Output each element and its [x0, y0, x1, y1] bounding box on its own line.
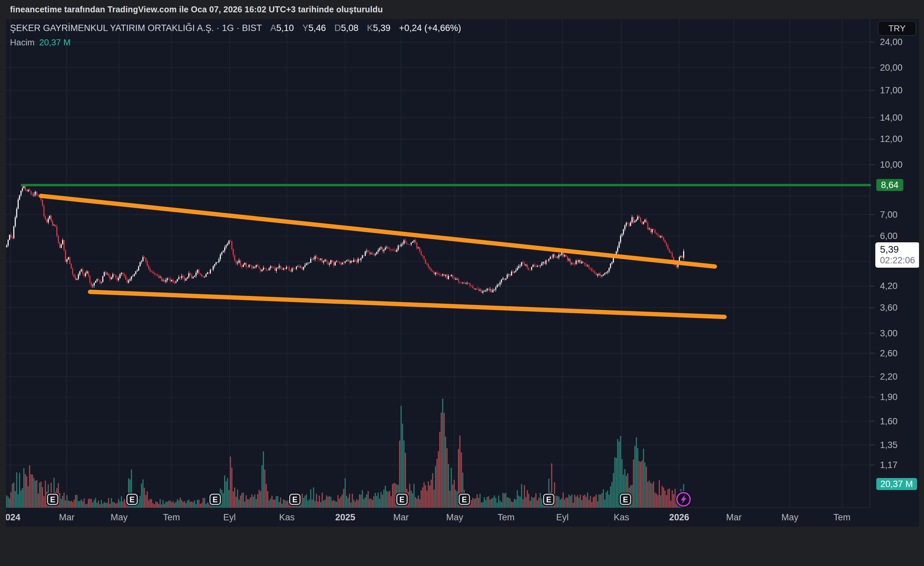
last-price-value: 5,39 — [880, 244, 915, 255]
time-tick-label: 2024 — [6, 512, 20, 523]
close-label: K — [367, 23, 373, 33]
price-tick-label: 20,00 — [880, 62, 903, 73]
high-value: 5,46 — [308, 23, 326, 33]
price-tick-label: 1,60 — [880, 416, 898, 426]
earnings-icon[interactable]: E — [396, 494, 408, 505]
lightning-bolt-icon — [678, 493, 690, 505]
low-label: D — [334, 23, 341, 33]
symbol-row: ŞEKER GAYRİMENKUL YATIRIM ORTAKLIĞI A.Ş.… — [10, 23, 461, 33]
close-value: 5,39 — [373, 23, 391, 33]
chart-legend: ŞEKER GAYRİMENKUL YATIRIM ORTAKLIĞI A.Ş.… — [10, 23, 461, 48]
volume-label: Hacim — [10, 37, 35, 47]
price-tick-label: 2,20 — [880, 371, 898, 382]
price-tick-label: 24,00 — [880, 37, 903, 47]
symbol-title[interactable]: ŞEKER GAYRİMENKUL YATIRIM ORTAKLIĞI A.Ş.… — [10, 23, 262, 33]
tradingview-snapshot: fineancetime tarafından TradingView.com … — [0, 0, 924, 566]
time-tick-label: Tem — [163, 512, 180, 523]
right-margin — [919, 19, 924, 527]
footer-bar: TradingView — [0, 527, 924, 566]
exchange-label: BIST — [242, 23, 262, 33]
time-tick-label: May — [110, 512, 128, 523]
time-tick-label: Tem — [497, 512, 514, 523]
price-tick-label: 14,00 — [880, 112, 903, 123]
time-tick-label: Mar — [726, 512, 742, 523]
low-value: 5,08 — [341, 23, 358, 33]
chart-panel: ŞEKER GAYRİMENKUL YATIRIM ORTAKLIĞI A.Ş.… — [6, 19, 919, 527]
trendline-upper-channel — [41, 196, 715, 267]
price-tick-label: 17,00 — [880, 85, 903, 96]
time-tick-label: Tem — [833, 512, 850, 523]
open-label: A — [270, 23, 276, 33]
price-tick-label: 1,35 — [880, 440, 898, 450]
trendline-lower-channel — [90, 292, 724, 317]
earnings-icon[interactable]: E — [210, 494, 221, 505]
volume-row: Hacim20,37 M — [10, 37, 461, 48]
attribution-text: fineancetime tarafından TradingView.com … — [10, 0, 383, 19]
price-tick-label: 10,00 — [880, 159, 903, 170]
time-tick-label: May — [446, 512, 463, 523]
time-tick-label: 2026 — [669, 512, 689, 523]
volume-axis-badge: 20,37 M — [876, 478, 917, 490]
time-tick-label: Mar — [393, 512, 409, 523]
time-tick-label: Kas — [614, 512, 630, 523]
attribution-bar: fineancetime tarafından TradingView.com … — [0, 0, 924, 19]
time-tick-label: Eyl — [223, 512, 236, 523]
price-tick-label: 7,00 — [880, 209, 898, 220]
resistance-price-badge: 8,64 — [876, 179, 903, 191]
earnings-icon[interactable]: E — [126, 494, 138, 505]
time-tick-label: Kas — [279, 512, 295, 523]
earnings-icon[interactable]: E — [47, 494, 58, 505]
price-tick-label: 3,00 — [880, 328, 898, 338]
time-tick-label: May — [781, 512, 798, 523]
earnings-icon[interactable]: E — [620, 494, 631, 505]
time-tick-label: 2025 — [335, 512, 355, 523]
lightning-event-icon[interactable] — [676, 492, 691, 507]
interval-label: 1G — [222, 23, 234, 33]
price-chart-plot[interactable] — [6, 19, 919, 527]
price-tick-label: 6,00 — [880, 231, 898, 241]
price-tick-label: 12,00 — [880, 134, 903, 144]
volume-value: 20,37 M — [39, 37, 71, 47]
time-axis[interactable]: 2024MarMayTemEylKas2025MarMayTemEylKas20… — [6, 508, 870, 527]
last-price-badge: 5,39 02:22:06 — [875, 243, 920, 268]
price-tick-label: 2,60 — [880, 348, 898, 358]
earnings-icon[interactable]: E — [459, 494, 470, 505]
left-margin — [0, 19, 6, 527]
earnings-icon[interactable]: E — [289, 494, 300, 505]
price-tick-label: 1,90 — [880, 392, 898, 402]
bar-countdown: 02:22:06 — [880, 255, 915, 266]
price-axis[interactable]: TRY 8,64 5,39 02:22:06 20,37 M 24,0020,0… — [870, 19, 919, 527]
price-tick-label: 4,20 — [880, 281, 898, 291]
high-label: Y — [302, 23, 308, 33]
currency-toggle-button[interactable]: TRY — [878, 21, 916, 36]
price-tick-label: 3,60 — [880, 302, 898, 313]
price-tick-label: 1,17 — [880, 460, 898, 470]
open-value: 5,10 — [276, 23, 294, 33]
earnings-icon[interactable]: E — [543, 494, 554, 505]
time-tick-label: Eyl — [556, 512, 569, 523]
time-tick-label: Mar — [59, 512, 75, 523]
change-value: +0,24 (+4,66%) — [399, 23, 461, 33]
